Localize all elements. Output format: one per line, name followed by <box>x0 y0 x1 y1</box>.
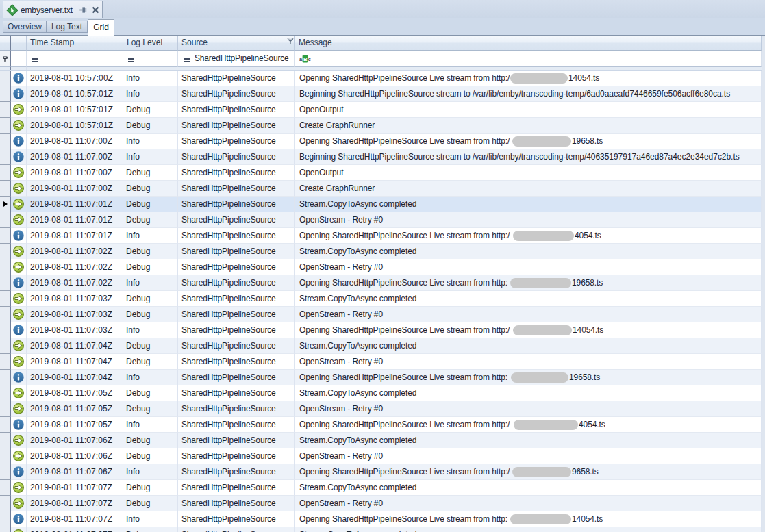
svg-text:c: c <box>308 56 311 62</box>
svg-text:B: B <box>303 56 308 62</box>
svg-text:a: a <box>299 56 303 62</box>
